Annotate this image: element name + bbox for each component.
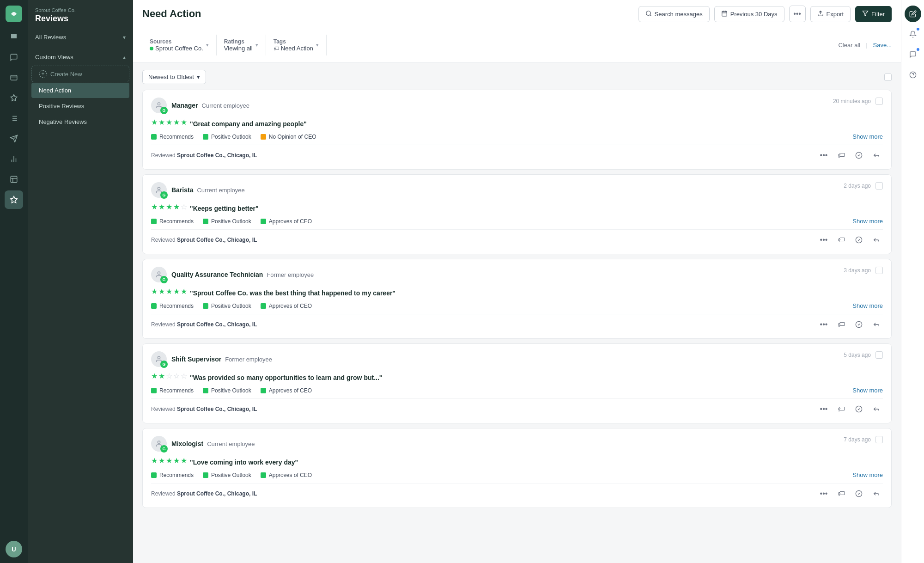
save-filter-button[interactable]: Save...: [873, 42, 892, 49]
filter-label: Filter: [871, 11, 885, 18]
show-more-button[interactable]: Show more: [852, 387, 883, 394]
author-role: Current employee: [197, 187, 244, 194]
nav-messages-icon[interactable]: [5, 48, 23, 67]
review-checkbox[interactable]: [875, 351, 883, 359]
sources-filter[interactable]: Sources Sprout Coffee Co. ▾: [142, 35, 217, 55]
custom-views-toggle[interactable]: Custom Views ▴: [28, 49, 133, 65]
tag-label: Approves of CEO: [269, 218, 312, 225]
sources-value: Sprout Coffee Co.: [150, 45, 203, 52]
star-2: ★: [158, 118, 165, 127]
reply-action-button[interactable]: [870, 403, 883, 416]
chat-button[interactable]: [905, 46, 921, 63]
help-button[interactable]: [905, 67, 921, 83]
more-actions-button[interactable]: •••: [817, 233, 830, 246]
star-3: ★: [166, 202, 172, 211]
tag-indicator: [151, 219, 157, 224]
star-5: ★: [181, 456, 187, 465]
tag-indicator: [261, 219, 266, 224]
sidebar-item-need-action[interactable]: Need Action: [31, 83, 129, 98]
sort-chevron: ▾: [197, 73, 200, 80]
user-avatar[interactable]: U: [6, 541, 22, 557]
review-checkbox[interactable]: [875, 436, 883, 443]
star-4: ★: [173, 202, 180, 211]
filter-divider: |: [866, 42, 867, 49]
tag-indicator: [151, 134, 157, 140]
complete-action-button[interactable]: [852, 487, 865, 500]
review-checkbox[interactable]: [875, 182, 883, 190]
nav-reports-icon[interactable]: [5, 170, 23, 189]
review-tag: Recommends: [151, 472, 194, 478]
all-reviews-toggle[interactable]: All Reviews ▾: [28, 29, 133, 45]
sort-select[interactable]: Newest to Oldest ▾: [142, 70, 206, 84]
more-actions-button[interactable]: •••: [817, 149, 830, 162]
filter-button[interactable]: Filter: [855, 6, 892, 22]
tag-indicator: [151, 303, 157, 309]
review-time: 3 days ago: [844, 267, 871, 274]
show-more-button[interactable]: Show more: [852, 471, 883, 478]
review-card: G Shift Supervisor Former employee 5 day…: [142, 343, 892, 423]
reply-action-button[interactable]: [870, 149, 883, 162]
tag-action-button[interactable]: 🏷: [835, 233, 848, 246]
reply-action-button[interactable]: [870, 487, 883, 500]
more-options-button[interactable]: •••: [789, 6, 806, 22]
date-range-button[interactable]: Previous 30 Days: [714, 6, 784, 22]
show-more-button[interactable]: Show more: [852, 302, 883, 309]
star-4: ★: [173, 287, 180, 296]
nav-tasks-icon[interactable]: [5, 68, 23, 87]
nav-reviews-icon[interactable]: [5, 190, 23, 209]
reviews-content: Newest to Oldest ▾ G Manager Current emp…: [133, 62, 901, 563]
reply-action-button[interactable]: [870, 233, 883, 246]
star-5: ★: [181, 287, 187, 296]
star-1: ★: [151, 202, 158, 211]
complete-action-button[interactable]: [852, 233, 865, 246]
sidebar-item-positive-reviews[interactable]: Positive Reviews: [31, 98, 129, 114]
show-more-button[interactable]: Show more: [852, 218, 883, 225]
review-header: G Barista Current employee 2 days ago: [151, 182, 883, 198]
compose-button[interactable]: [905, 6, 921, 22]
review-checkbox[interactable]: [875, 267, 883, 274]
tags-chevron: ▾: [316, 42, 319, 48]
export-button[interactable]: Export: [810, 6, 851, 22]
tag-label: Approves of CEO: [269, 303, 312, 309]
tag-action-button[interactable]: 🏷: [835, 487, 848, 500]
svg-point-15: [646, 11, 650, 15]
create-new-button[interactable]: + Create New: [31, 66, 129, 82]
svg-point-25: [158, 187, 160, 190]
nav-pin-icon[interactable]: [5, 89, 23, 107]
more-actions-button[interactable]: •••: [817, 318, 830, 331]
filter-icon: [862, 10, 869, 18]
review-headline: "Keeps getting better": [190, 205, 259, 212]
more-actions-button[interactable]: •••: [817, 403, 830, 416]
nav-inbox-icon[interactable]: [5, 28, 23, 46]
select-all-checkbox[interactable]: [884, 73, 892, 81]
complete-action-button[interactable]: [852, 318, 865, 331]
show-more-button[interactable]: Show more: [852, 133, 883, 140]
notifications-button[interactable]: [905, 26, 921, 43]
reply-action-button[interactable]: [870, 318, 883, 331]
ratings-chevron: ▾: [255, 42, 258, 48]
tag-action-button[interactable]: 🏷: [835, 318, 848, 331]
notification-badge: [916, 27, 920, 31]
review-card: G Manager Current employee 20 minutes ag…: [142, 90, 892, 170]
clear-all-button[interactable]: Clear all: [838, 42, 860, 49]
review-checkbox[interactable]: [875, 98, 883, 105]
nav-send-icon[interactable]: [5, 129, 23, 148]
review-tags: Recommends Positive Outlook No Opinion o…: [151, 133, 883, 140]
review-tag: Recommends: [151, 303, 194, 309]
tag-action-button[interactable]: 🏷: [835, 149, 848, 162]
author-name: Manager: [171, 102, 198, 109]
more-actions-button[interactable]: •••: [817, 487, 830, 500]
complete-action-button[interactable]: [852, 403, 865, 416]
author-info: Shift Supervisor Former employee: [171, 355, 272, 363]
nav-analytics-icon[interactable]: [5, 150, 23, 168]
tag-action-button[interactable]: 🏷: [835, 403, 848, 416]
ratings-filter[interactable]: Ratings Viewing all ▾: [217, 35, 266, 55]
author-info: Mixologist Current employee: [171, 440, 255, 447]
author-role: Current employee: [207, 441, 255, 447]
search-button[interactable]: Search messages: [638, 6, 710, 22]
nav-list-icon[interactable]: [5, 109, 23, 128]
complete-action-button[interactable]: [852, 149, 865, 162]
tags-filter[interactable]: Tags 🏷 Need Action ▾: [266, 35, 327, 55]
tag-label: Positive Outlook: [211, 218, 251, 225]
sidebar-item-negative-reviews[interactable]: Negative Reviews: [31, 114, 129, 129]
